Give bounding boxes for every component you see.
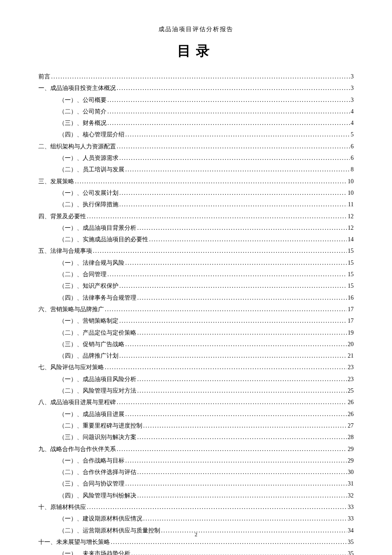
toc-entry[interactable]: （一）、公司概要3 <box>38 94 354 106</box>
toc-entry[interactable]: （二）、实施成品油项目的必要性14 <box>38 234 354 245</box>
toc-leader-dots <box>105 304 347 315</box>
toc-entry-page: 29 <box>348 443 354 455</box>
toc-entry[interactable]: （四）、核心管理层介绍5 <box>38 129 354 140</box>
toc-leader-dots <box>137 431 347 443</box>
toc-entry[interactable]: （一）、建设期原材料供应情况33 <box>38 513 354 524</box>
toc-entry[interactable]: （二）、合同管理 15 <box>38 269 354 280</box>
toc-entry-page: 12 <box>348 222 354 234</box>
toc-entry[interactable]: （二）、重要里程碑与进度控制27 <box>38 420 354 431</box>
toc-entry[interactable]: （二）、公司简介4 <box>38 106 354 117</box>
toc-entry-label: （一）、成品油项目风险分析 <box>59 373 136 385</box>
toc-entry[interactable]: （四）、品牌推广计划21 <box>38 350 354 361</box>
toc-entry-label: （二）、实施成品油项目的必要性 <box>59 234 148 245</box>
toc-entry-label: （三）、促销与广告战略 <box>59 338 124 350</box>
toc-entry-label: （四）、核心管理层介绍 <box>59 129 124 140</box>
toc-entry-label: 八、成品油项目进展与里程碑 <box>38 396 116 408</box>
toc-entry[interactable]: 五、法律与合规事项 15 <box>38 245 354 257</box>
toc-leader-dots <box>125 478 347 489</box>
toc-leader-dots <box>107 269 347 280</box>
toc-leader-dots <box>125 164 350 175</box>
toc-entry[interactable]: （二）、执行保障措施11 <box>38 199 354 210</box>
toc-entry[interactable]: （一）、法律合规与风险15 <box>38 257 354 269</box>
toc-entry-page: 27 <box>348 420 354 431</box>
toc-entry-label: 前言 <box>38 71 50 82</box>
toc-entry[interactable]: （三）、财务概况4 <box>38 117 354 129</box>
toc-entry[interactable]: （二）、合作伙伴选择与评估30 <box>38 466 354 478</box>
toc-leader-dots <box>107 117 350 129</box>
toc-entry-page: 25 <box>348 385 354 396</box>
toc-entry[interactable]: （一）、营销策略制定17 <box>38 315 354 327</box>
toc-entry-page: 15 <box>348 280 354 292</box>
toc-leader-dots <box>143 420 347 431</box>
toc-entry[interactable]: （三）、合同与协议管理31 <box>38 478 354 489</box>
toc-entry[interactable]: 十、原辅材料供应 33 <box>38 501 354 513</box>
toc-entry[interactable]: （二）、员工培训与发展8 <box>38 164 354 175</box>
toc-leader-dots <box>143 513 347 524</box>
toc-entry[interactable]: （一）、合作战略与目标29 <box>38 455 354 466</box>
toc-entry[interactable]: （三）、问题识别与解决方案28 <box>38 431 354 443</box>
toc-entry-label: 九、战略合作与合作伙伴关系 <box>38 443 116 455</box>
toc-entry[interactable]: （二）、风险管理与应对方法25 <box>38 385 354 396</box>
toc-leader-dots <box>117 141 350 152</box>
toc-entry-label: （三）、知识产权保护 <box>59 280 118 292</box>
toc-leader-dots <box>93 245 347 257</box>
toc-leader-dots <box>87 501 347 513</box>
toc-entry-page: 3 <box>351 94 354 106</box>
toc-entry-page: 15 <box>348 257 354 269</box>
toc-leader-dots <box>119 315 347 327</box>
toc-entry-label: （一）、营销策略制定 <box>59 315 118 327</box>
toc-entry[interactable]: 三、发展策略 10 <box>38 176 354 187</box>
toc-entry[interactable]: （一）、公司发展计划10 <box>38 187 354 199</box>
toc-entry[interactable]: 二、组织架构与人力资源配置6 <box>38 141 354 152</box>
toc-entry-page: 16 <box>348 292 354 304</box>
toc-entry[interactable]: 七、风险评估与应对策略23 <box>38 361 354 373</box>
toc-entry[interactable]: 八、成品油项目进展与里程碑26 <box>38 396 354 408</box>
toc-leader-dots <box>105 361 347 373</box>
toc-entry[interactable]: 六、营销策略与品牌推广17 <box>38 304 354 315</box>
toc-entry-label: （二）、合同管理 <box>59 269 107 280</box>
toc-entry[interactable]: （四）、风险管理与纠纷解决32 <box>38 490 354 501</box>
toc-entry[interactable]: （三）、知识产权保护15 <box>38 280 354 292</box>
toc-entry-label: （一）、公司发展计划 <box>59 187 118 199</box>
toc-leader-dots <box>117 443 347 455</box>
toc-entry[interactable]: （一）、成品油项目进展26 <box>38 408 354 420</box>
toc-entry[interactable]: （一）、成品油项目背景分析12 <box>38 222 354 234</box>
toc-entry-page: 26 <box>348 396 354 408</box>
toc-leader-dots <box>107 106 350 117</box>
document-header: 成品油项目评估分析报告 <box>38 26 354 33</box>
toc-entry-page: 23 <box>348 361 354 373</box>
toc-entry[interactable]: （四）、法律事务与合规管理16 <box>38 292 354 304</box>
toc-entry[interactable]: （三）、促销与广告战略20 <box>38 338 354 350</box>
toc-entry-page: 6 <box>351 152 354 164</box>
toc-entry-label: （一）、法律合规与风险 <box>59 257 124 269</box>
toc-entry-page: 4 <box>351 106 354 117</box>
toc-entry-page: 14 <box>348 234 354 245</box>
toc-entry[interactable]: （二）、产品定位与定价策略19 <box>38 327 354 338</box>
toc-entry-page: 6 <box>351 141 354 152</box>
toc-entry-page: 4 <box>351 117 354 129</box>
toc-entry[interactable]: 一、成品油项目投资主体概况3 <box>38 82 354 94</box>
toc-leader-dots <box>117 396 347 408</box>
toc-entry-label: （一）、人员资源需求 <box>59 152 118 164</box>
toc-entry[interactable]: （一）、成品油项目风险分析23 <box>38 373 354 385</box>
toc-entry[interactable]: （一）、未来市场趋势分析35 <box>38 548 354 555</box>
toc-entry[interactable]: （一）、人员资源需求6 <box>38 152 354 164</box>
toc-leader-dots <box>137 490 347 501</box>
toc-leader-dots <box>137 373 347 385</box>
toc-leader-dots <box>125 455 347 466</box>
toc-leader-dots <box>107 94 350 106</box>
toc-entry-label: （一）、未来市场趋势分析 <box>59 548 130 555</box>
toc-entry[interactable]: 四、背景及必要性 12 <box>38 211 354 222</box>
toc-entry-page: 11 <box>348 199 354 210</box>
toc-entry-label: （三）、财务概况 <box>59 117 107 129</box>
toc-entry-page: 15 <box>348 269 354 280</box>
toc-entry-label: （四）、法律事务与合规管理 <box>59 292 136 304</box>
toc-entry-label: （二）、重要里程碑与进度控制 <box>59 420 142 431</box>
toc-entry[interactable]: 前言3 <box>38 71 354 82</box>
toc-leader-dots <box>75 176 347 187</box>
toc-leader-dots <box>119 350 347 361</box>
toc-leader-dots <box>125 338 347 350</box>
toc-entry[interactable]: 九、战略合作与合作伙伴关系29 <box>38 443 354 455</box>
toc-entry-page: 19 <box>348 327 354 338</box>
toc-entry-page: 33 <box>348 501 354 513</box>
